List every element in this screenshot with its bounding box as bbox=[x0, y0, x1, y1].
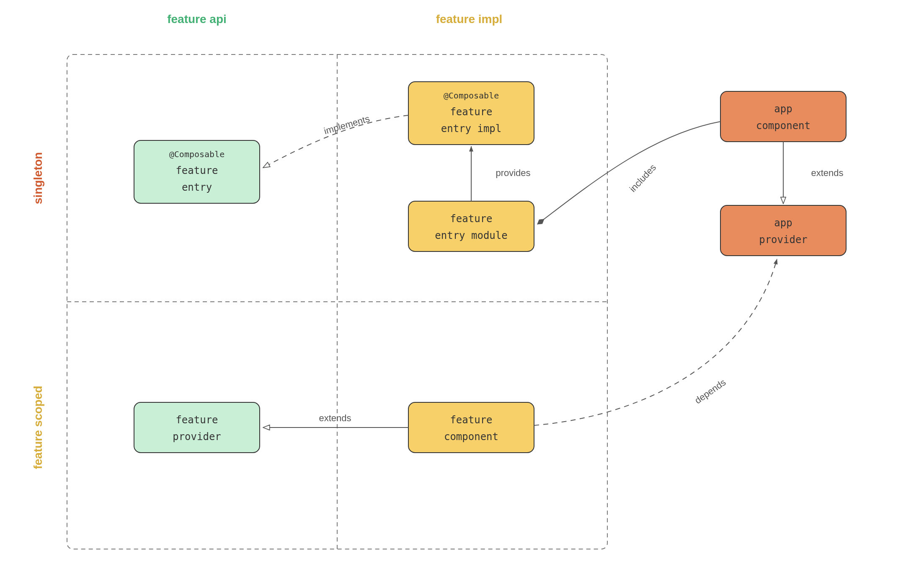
svg-text:entry: entry bbox=[182, 181, 212, 193]
node-feature-entry-module: feature entry module bbox=[408, 201, 534, 251]
svg-text:app: app bbox=[774, 103, 792, 115]
node-feature-entry: @Composable feature entry bbox=[134, 140, 260, 203]
edge-provides-label: provides bbox=[496, 168, 530, 178]
column-header-feature-impl: feature impl bbox=[436, 13, 503, 26]
svg-rect-17 bbox=[720, 91, 846, 142]
svg-text:provider: provider bbox=[759, 234, 808, 246]
edge-depends bbox=[534, 259, 777, 425]
column-header-feature-api: feature api bbox=[167, 13, 227, 26]
svg-text:@Composable: @Composable bbox=[444, 91, 499, 101]
edge-extends-feature-label: extends bbox=[319, 413, 351, 423]
node-feature-entry-impl: @Composable feature entry impl bbox=[408, 82, 534, 145]
svg-rect-14 bbox=[408, 402, 534, 453]
svg-text:component: component bbox=[756, 120, 810, 132]
svg-text:provider: provider bbox=[173, 431, 221, 443]
edge-depends-label: depends bbox=[693, 377, 728, 406]
edge-includes bbox=[537, 122, 720, 224]
svg-text:feature: feature bbox=[450, 106, 492, 118]
svg-text:feature: feature bbox=[176, 165, 218, 176]
edge-includes-label: includes bbox=[627, 162, 658, 194]
row-header-feature-scoped: feature scoped bbox=[31, 386, 44, 469]
edge-implements-label: implements bbox=[323, 113, 371, 136]
svg-rect-8 bbox=[408, 201, 534, 251]
svg-text:entry impl: entry impl bbox=[441, 123, 502, 135]
svg-text:component: component bbox=[444, 431, 498, 443]
node-feature-component: feature component bbox=[408, 402, 534, 453]
svg-text:@Composable: @Composable bbox=[169, 149, 225, 159]
svg-text:app: app bbox=[774, 217, 792, 229]
svg-rect-11 bbox=[134, 402, 260, 453]
node-app-provider: app provider bbox=[720, 205, 846, 256]
row-header-singleton: singleton bbox=[31, 152, 44, 204]
node-feature-provider: feature provider bbox=[134, 402, 260, 453]
svg-rect-20 bbox=[720, 205, 846, 256]
svg-text:feature: feature bbox=[450, 213, 492, 225]
edge-extends-app-label: extends bbox=[811, 168, 843, 178]
svg-text:feature: feature bbox=[450, 414, 492, 426]
diagram-canvas: feature api feature impl singleton featu… bbox=[0, 0, 924, 570]
node-app-component: app component bbox=[720, 91, 846, 142]
svg-text:entry module: entry module bbox=[435, 230, 507, 241]
svg-text:feature: feature bbox=[176, 414, 218, 426]
